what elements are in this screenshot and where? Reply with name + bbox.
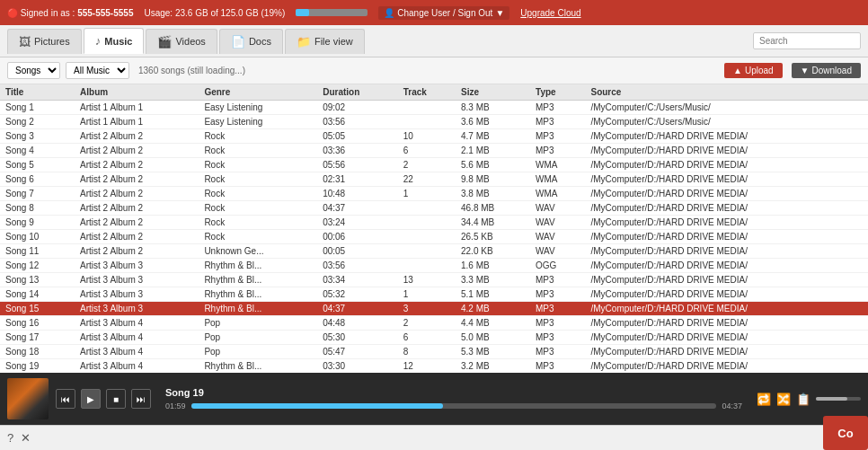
cell-title: Song 19 [0, 359, 75, 374]
table-row[interactable]: Song 12Artist 3 Album 3Rhythm & Bl...03:… [0, 259, 868, 273]
cell-title: Song 1 [0, 101, 75, 115]
cell-track: 1 [398, 287, 456, 302]
table-row[interactable]: Song 5Artist 2 Album 2Rock05:5625.6 MBWM… [0, 158, 868, 172]
table-row[interactable]: Song 16Artist 3 Album 4Pop04:4824.4 MBMP… [0, 316, 868, 331]
song-count: 1360 songs (still loading...) [138, 66, 245, 75]
tab-pictures[interactable]: 🖼 Pictures [7, 29, 82, 54]
cell-type: MP3 [530, 273, 585, 287]
category-select[interactable]: Songs [7, 62, 60, 79]
table-row[interactable]: Song 4Artist 2 Album 2Rock03:3662.1 MBMP… [0, 144, 868, 158]
cell-type: MP3 [530, 316, 585, 331]
cell-genre: Rock [199, 129, 317, 144]
cell-genre: Unknown Ge... [199, 244, 317, 259]
table-row[interactable]: Song 2Artist 1 Album 1Easy Listening03:5… [0, 115, 868, 129]
table-row[interactable]: Song 7Artist 2 Album 2Rock10:4813.8 MBWM… [0, 187, 868, 201]
col-track[interactable]: Track [398, 84, 456, 101]
tab-videos-label: Videos [175, 36, 205, 47]
cell-size: 34.4 MB [456, 216, 530, 230]
cell-genre: Easy Listening [199, 101, 317, 115]
table-row[interactable]: Song 1Artist 1 Album 1Easy Listening09:0… [0, 101, 868, 115]
table-row[interactable]: Song 6Artist 2 Album 2Rock02:31229.8 MBW… [0, 172, 868, 187]
player-progress-bar[interactable] [191, 403, 717, 409]
close-icon[interactable]: ✕ [21, 431, 31, 445]
cell-genre: Rock [199, 187, 317, 201]
col-size[interactable]: Size [456, 84, 530, 101]
cell-duration: 05:30 [317, 331, 398, 345]
cell-artist-album: Artist 2 Album 2 [75, 187, 199, 201]
help-icon[interactable]: ? [7, 431, 13, 445]
col-genre[interactable]: Genre [199, 84, 317, 101]
cell-genre: Rock [199, 230, 317, 244]
cell-type: WAV [530, 230, 585, 244]
upload-button[interactable]: ▲ Upload [724, 63, 783, 78]
player-progress-container: 01:59 04:37 [165, 401, 742, 410]
cell-type: MP3 [530, 359, 585, 374]
tab-music-label: Music [104, 36, 132, 47]
volume-bar[interactable] [816, 397, 861, 401]
cell-genre: Easy Listening [199, 115, 317, 129]
table-row[interactable]: Song 19Artist 3 Album 4Rhythm & Bl...03:… [0, 359, 868, 374]
cell-artist-album: Artist 2 Album 2 [75, 144, 199, 158]
table-row[interactable]: Song 3Artist 2 Album 2Rock05:05104.7 MBM… [0, 129, 868, 144]
shuffle-button[interactable]: 🔀 [776, 393, 791, 406]
cell-duration: 03:24 [317, 216, 398, 230]
table-row[interactable]: Song 15Artist 3 Album 3Rhythm & Bl...04:… [0, 302, 868, 316]
fileview-icon: 📁 [297, 35, 311, 49]
col-title[interactable]: Title [0, 84, 75, 101]
music-icon: ♪ [95, 34, 102, 48]
play-button[interactable]: ▶ [81, 389, 101, 409]
signed-in-label: 🔴 Signed in as : 555-555-5555 [7, 8, 133, 18]
table-row[interactable]: Song 13Artist 3 Album 3Rhythm & Bl...03:… [0, 273, 868, 287]
cell-type: MP3 [530, 331, 585, 345]
tab-fileview[interactable]: 📁 File view [285, 29, 365, 54]
cell-size: 5.3 MB [456, 345, 530, 359]
cell-source: /MyComputer/C:/Users/Music/ [585, 115, 868, 129]
tab-docs[interactable]: 📄 Docs [219, 29, 283, 54]
cell-duration: 04:37 [317, 302, 398, 316]
stop-button[interactable]: ■ [106, 389, 126, 409]
table-row[interactable]: Song 8Artist 2 Album 2Rock04:3746.8 MBWA… [0, 201, 868, 216]
tab-music[interactable]: ♪ Music [84, 28, 145, 54]
upgrade-link[interactable]: Upgrade Cloud [520, 8, 580, 18]
status-bar: ? ✕ Co [0, 425, 868, 450]
cell-size: 5.6 MB [456, 158, 530, 172]
songs-table-container[interactable]: Title Album Genre Duration Track Size Ty… [0, 84, 868, 373]
cell-genre: Rhythm & Bl... [199, 302, 317, 316]
col-source[interactable]: Source [585, 84, 868, 101]
cell-track: 10 [398, 129, 456, 144]
download-button[interactable]: ▼ Download [792, 63, 861, 78]
cell-track: 22 [398, 172, 456, 187]
cell-track: 13 [398, 273, 456, 287]
next-button[interactable]: ⏭ [131, 389, 151, 409]
cell-type: MP3 [530, 287, 585, 302]
col-type[interactable]: Type [530, 84, 585, 101]
co-badge[interactable]: Co [823, 416, 868, 450]
col-album[interactable]: Album [75, 84, 199, 101]
repeat-button[interactable]: 🔁 [757, 393, 771, 406]
volume-fill [816, 397, 847, 401]
table-row[interactable]: Song 9Artist 2 Album 2Rock03:2434.4 MBWA… [0, 216, 868, 230]
table-row[interactable]: Song 14Artist 3 Album 3Rhythm & Bl...05:… [0, 287, 868, 302]
search-input[interactable] [753, 32, 861, 49]
cell-title: Song 7 [0, 187, 75, 201]
tab-videos[interactable]: 🎬 Videos [146, 29, 217, 54]
table-row[interactable]: Song 10Artist 2 Album 2Rock00:0626.5 KBW… [0, 230, 868, 244]
cell-duration: 03:56 [317, 259, 398, 273]
table-row[interactable]: Song 17Artist 3 Album 4Pop05:3065.0 MBMP… [0, 331, 868, 345]
cell-title: Song 14 [0, 287, 75, 302]
change-user-button[interactable]: 👤 Change User / Sign Out ▼ [378, 6, 509, 20]
cell-size: 1.6 MB [456, 259, 530, 273]
cell-artist-album: Artist 3 Album 3 [75, 259, 199, 273]
cell-artist-album: Artist 2 Album 2 [75, 201, 199, 216]
filter-select[interactable]: All Music [66, 62, 129, 79]
col-duration[interactable]: Duration [317, 84, 398, 101]
top-bar: 🔴 Signed in as : 555-555-5555 Usage: 23.… [0, 0, 868, 25]
cell-artist-album: Artist 1 Album 1 [75, 101, 199, 115]
playlist-button[interactable]: 📋 [796, 393, 810, 406]
cell-type: WAV [530, 244, 585, 259]
table-row[interactable]: Song 11Artist 2 Album 2Unknown Ge...00:0… [0, 244, 868, 259]
cell-size: 22.0 KB [456, 244, 530, 259]
cell-artist-album: Artist 2 Album 2 [75, 158, 199, 172]
prev-button[interactable]: ⏮ [56, 389, 75, 409]
table-row[interactable]: Song 18Artist 3 Album 4Pop05:4785.3 MBMP… [0, 345, 868, 359]
